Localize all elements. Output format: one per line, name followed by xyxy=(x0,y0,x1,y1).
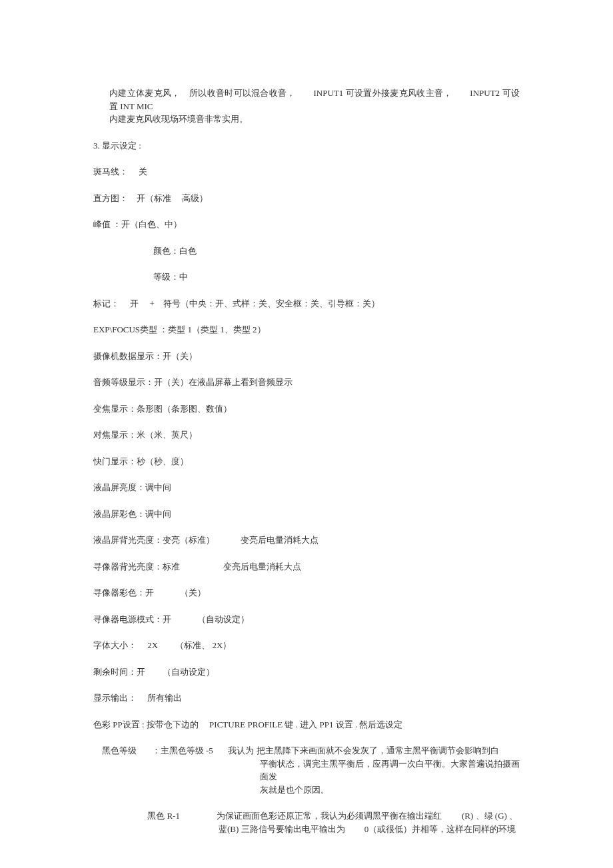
setting-histogram: 直方图： 开（标准 高级） xyxy=(93,192,520,205)
pp-intro: 色彩 PP设置 : 按带仓下边的 PICTURE PROFILE 键 . 进入 … xyxy=(93,718,520,731)
setting-lcdcolor: 液晶屏彩色：调中间 xyxy=(93,508,520,521)
document-page: 内建立体麦克风， 所以收音时可以混合收音， INPUT1 可设置外接麦克风收主音… xyxy=(0,0,613,868)
intro-line2: 内建麦克风收现场环境音非常实用。 xyxy=(109,113,520,126)
setting-fontsize: 字体大小： 2X （标准、 2X） xyxy=(93,639,520,652)
setting-shutter: 快门显示：秒（秒、度） xyxy=(93,455,520,468)
setting-lcdbright: 液晶屏亮度：调中间 xyxy=(93,481,520,494)
setting-peak: 峰值 ：开（白色、中） xyxy=(93,218,520,231)
setting-audio: 音频等级显示：开（关）在液晶屏幕上看到音频显示 xyxy=(93,376,520,389)
setting-zoom: 变焦显示：条形图（条形图、数值） xyxy=(93,402,520,416)
black-r-label: 黑色 R-1 xyxy=(147,811,180,821)
setting-zebra: 斑马线： 关 xyxy=(93,165,520,179)
black-level-text1: 我认为 把主黑降下来画面就不会发灰了，通常主黑平衡调节会影响到白 xyxy=(228,745,498,755)
intro-paragraph: 内建立体麦克风， 所以收音时可以混合收音， INPUT1 可设置外接麦克风收主音… xyxy=(93,87,520,126)
black-r-text2: 蓝(B) 三路信号要输出电平输出为 0（或很低）并相等，这样在同样的环境 xyxy=(93,823,520,836)
black-r-block: 黑色 R-1 为保证画面色彩还原正常，我认为必须调黑平衡在输出端红 (R) 、绿… xyxy=(93,809,520,835)
setting-peak-color: 颜色：白色 xyxy=(93,244,520,258)
black-level-text2: 平衡状态，调完主黑平衡后，应再调一次白平衡。大家普遍说拍摄画面发 xyxy=(93,757,520,783)
section3-title: 3. 显示设定 : xyxy=(93,139,520,153)
setting-marker: 标记： 开 + 符号（中央：开、式样：关、安全框：关、引导框：关） xyxy=(93,297,520,310)
black-level-label: 黑色等级 xyxy=(102,745,137,755)
setting-remaining: 剩余时间：开 （自动设定） xyxy=(93,665,520,679)
black-level-block: 黑色等级 ：主黑色等级 -5 我认为 把主黑降下来画面就不会发灰了，通常主黑平衡… xyxy=(93,744,520,796)
black-level-value: ：主黑色等级 -5 xyxy=(152,745,213,755)
setting-peak-level: 等级：中 xyxy=(93,270,520,284)
setting-lcdbacklight: 液晶屏背光亮度：变亮（标准） 变亮后电量消耗大点 xyxy=(93,534,520,547)
setting-vfpower: 寻像器电源模式：开 （自动设定） xyxy=(93,613,520,626)
setting-vfcolor: 寻像器彩色：开 （关） xyxy=(93,586,520,600)
black-r-line1: 黑色 R-1 为保证画面色彩还原正常，我认为必须调黑平衡在输出端红 (R) 、绿… xyxy=(93,809,520,823)
black-level-line1: 黑色等级 ：主黑色等级 -5 我认为 把主黑降下来画面就不会发灰了，通常主黑平衡… xyxy=(93,744,520,757)
setting-camdata: 摄像机数据显示：开（关） xyxy=(93,350,520,363)
setting-dispout: 显示输出： 所有输出 xyxy=(93,691,520,705)
intro-line1: 内建立体麦克风， 所以收音时可以混合收音， INPUT1 可设置外接麦克风收主音… xyxy=(109,87,520,113)
setting-focus: 对焦显示：米（米、英尺） xyxy=(93,428,520,442)
black-r-text1b: (R) 、绿 (G) 、 xyxy=(462,811,518,821)
black-r-text1a: 为保证画面色彩还原正常，我认为必须调黑平衡在输出端红 xyxy=(217,811,442,821)
black-level-text3: 灰就是也个原因。 xyxy=(93,783,520,797)
setting-exptype: EXP\FOCUS类型 ：类型 1（类型 1、类型 2） xyxy=(93,323,520,336)
setting-vfbacklight: 寻像器背光亮度：标准 变亮后电量消耗大点 xyxy=(93,560,520,574)
